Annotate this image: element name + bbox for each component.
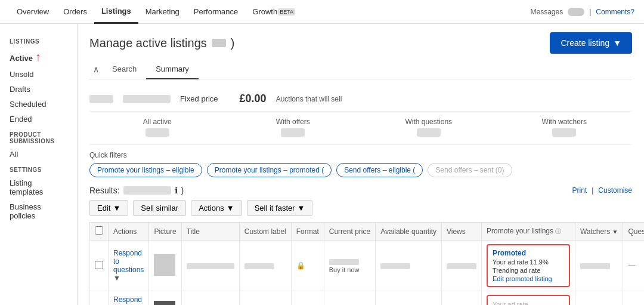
nav-listings[interactable]: Listings (94, 0, 138, 24)
quick-filters-label: Quick filters (89, 151, 632, 159)
row1-price-cell: Buy it now (324, 241, 375, 291)
row1-action-dropdown-icon[interactable]: ▼ (113, 274, 120, 282)
row1-action-link[interactable]: Respond to questions (113, 249, 144, 274)
nav-overview[interactable]: Overview (10, 0, 56, 24)
edit-dropdown-icon: ▼ (113, 204, 120, 212)
select-all-checkbox[interactable] (95, 226, 103, 235)
filter-promote-eligible[interactable]: Promote your listings – eligible (89, 163, 202, 177)
watchers-sort-icon[interactable]: ▼ (612, 229, 618, 235)
row2-image (154, 301, 175, 306)
th-checkbox (90, 223, 109, 241)
sidebar-item-all[interactable]: All (0, 147, 77, 162)
nav-growth[interactable]: GrowthBETA (245, 0, 302, 24)
row1-watchers-blurred (580, 263, 610, 269)
edit-promoted-link-1[interactable]: Edit promoted listing (493, 275, 564, 282)
row1-price-blurred (329, 259, 359, 265)
messages-toggle[interactable] (568, 8, 584, 16)
table-header-row: Actions Picture Title Custom label Forma… (90, 223, 645, 241)
actions-button[interactable]: Actions ▼ (191, 200, 242, 216)
sidebar-item-business-policies[interactable]: Business policies (0, 199, 77, 223)
beta-badge: BETA (278, 8, 295, 16)
row1-checkbox[interactable] (95, 261, 103, 269)
row1-checkbox-cell (90, 241, 109, 291)
stat-with-watchers: With watchers (497, 118, 633, 138)
top-nav-right: Messages | Comments? (530, 8, 634, 16)
row1-lock-icon: 🔒 (296, 261, 305, 270)
row2-watchers-cell (575, 291, 623, 306)
active-arrow-indicator: ↑ (35, 50, 41, 64)
row1-questions-cell: — (623, 241, 644, 291)
nav-marketing[interactable]: Marketing (138, 0, 187, 24)
sidebar-item-drafts[interactable]: Drafts (0, 82, 77, 97)
filter-promote-promoted[interactable]: Promote your listings – promoted ( (207, 163, 332, 177)
promoted-box-2: Your ad rate ... Trending ad rate Edit p… (487, 295, 570, 305)
tab-search[interactable]: Search (103, 60, 146, 79)
sell-similar-button[interactable]: Sell similar (133, 200, 186, 216)
auctions-label: Auctions that will sell (276, 95, 342, 103)
row2-custom-label-cell (239, 291, 291, 306)
page-header: Manage active listings ) Create listing … (89, 24, 632, 60)
customise-link[interactable]: Customise (598, 186, 632, 195)
results-info-icon: ℹ (175, 186, 178, 195)
row1-title-blurred (187, 263, 234, 269)
filter-send-offers-sent: Send offers – sent (0) (428, 163, 512, 177)
value-blurred (123, 95, 171, 103)
row1-views-cell (441, 241, 481, 291)
row1-action-cell: Respond to questions ▼ (109, 241, 149, 291)
th-actions: Actions (109, 223, 149, 241)
tab-summary[interactable]: Summary (146, 60, 199, 79)
collapse-button[interactable]: ∧ (89, 60, 103, 79)
sidebar: LISTINGS Active ↑ Unsold Drafts Schedule… (0, 24, 78, 305)
row1-format-cell: 🔒 (291, 241, 324, 291)
stat-with-questions: With questions (361, 118, 497, 138)
th-title: Title (181, 223, 239, 241)
row2-action-link[interactable]: Respond to questions (113, 295, 144, 305)
nav-performance[interactable]: Performance (187, 0, 245, 24)
product-section-label: PRODUCT SUBMISSIONS (0, 127, 77, 147)
nav-orders[interactable]: Orders (56, 0, 94, 24)
sidebar-item-scheduled[interactable]: Scheduled (0, 97, 77, 112)
listings-table: Actions Picture Title Custom label Forma… (89, 222, 644, 305)
row1-picture-cell (149, 241, 181, 291)
row1-watchers-cell (575, 241, 623, 291)
toolbar: Edit ▼ Sell similar Actions ▼ Sell it fa… (89, 200, 632, 216)
row1-title-cell (181, 241, 239, 291)
row2-picture-cell (149, 291, 181, 306)
row1-custom-label-cell (239, 241, 291, 291)
page-title: Manage active listings ) (89, 36, 234, 50)
sidebar-item-active[interactable]: Active ↑ (0, 47, 77, 67)
print-link[interactable]: Print (572, 186, 587, 195)
count-blurred (89, 95, 113, 103)
th-format: Format (291, 223, 324, 241)
row1-qty-blurred (380, 263, 410, 269)
create-listing-button[interactable]: Create listing ▼ (550, 32, 632, 54)
edit-button[interactable]: Edit ▼ (89, 200, 128, 216)
row1-price-type: Buy it now (329, 266, 360, 273)
sidebar-item-listing-templates[interactable]: Listing templates (0, 175, 77, 199)
row1-qty-cell (376, 241, 442, 291)
promote-info-icon: ⓘ (555, 228, 561, 235)
th-current-price: Current price (324, 223, 375, 241)
row2-promote-detail1: Your ad rate ... (493, 301, 564, 305)
comments-link[interactable]: Comments? (596, 8, 634, 16)
title-count-badge (212, 39, 226, 47)
sell-faster-button[interactable]: Sell it faster ▼ (247, 200, 313, 216)
messages-label: Messages (530, 8, 563, 16)
results-count-blurred (123, 186, 171, 195)
main-layout: LISTINGS Active ↑ Unsold Drafts Schedule… (0, 24, 644, 305)
th-available-qty: Available quantity (376, 223, 442, 241)
tab-bar: ∧ Search Summary (89, 60, 632, 79)
listings-section-label: LISTINGS (0, 33, 77, 47)
th-watchers: Watchers ▼ (575, 223, 623, 241)
promoted-box-1: Promoted Your ad rate 11.9% Trending ad … (487, 244, 570, 287)
top-navigation: Overview Orders Listings Marketing Perfo… (0, 0, 644, 24)
filter-send-offers-eligible[interactable]: Send offers – eligible ( (336, 163, 423, 177)
row2-format-cell: 🔒 (291, 291, 324, 306)
sidebar-item-ended[interactable]: Ended (0, 112, 77, 127)
row2-promote-cell: Your ad rate ... Trending ad rate Edit p… (481, 291, 575, 306)
sidebar-item-unsold[interactable]: Unsold (0, 67, 77, 82)
promoted-title-1: Promoted (493, 249, 564, 257)
row2-title-cell (181, 291, 239, 306)
sell-faster-dropdown-icon: ▼ (298, 204, 305, 212)
th-picture: Picture (149, 223, 181, 241)
